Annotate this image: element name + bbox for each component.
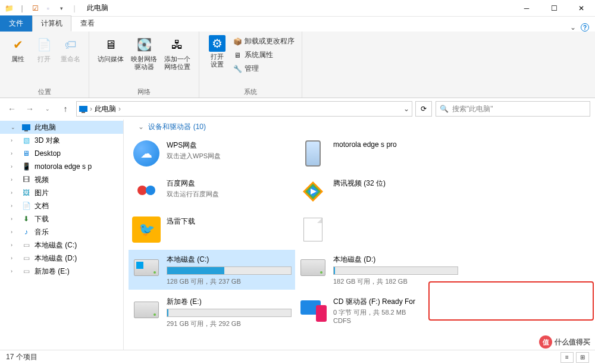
item-title: motorola edge s pro — [333, 140, 458, 149]
expand-icon[interactable]: › — [11, 137, 18, 143]
nav-item-label: 文档 — [35, 201, 49, 211]
nav-item-2[interactable]: ›🖥Desktop — [0, 147, 123, 160]
properties-button[interactable]: ✔ 属性 — [5, 34, 31, 64]
address-input[interactable]: › 此电脑 › ⌄ — [76, 101, 412, 117]
ribbon-group-location: ✔ 属性 📄 打开 🏷 重命名 位置 — [0, 32, 89, 98]
tab-file[interactable]: 文件 — [0, 15, 32, 32]
nav-item-5[interactable]: ›🖼图片 — [0, 186, 123, 199]
access-media-button[interactable]: 🖥 访问媒体 — [94, 34, 127, 64]
open-icon: 📄 — [35, 35, 54, 54]
view-icons-button[interactable]: ⊞ — [576, 352, 589, 363]
nav-item-1[interactable]: ›▧3D 对象 — [0, 134, 123, 147]
expand-icon[interactable]: › — [11, 216, 18, 222]
tab-view[interactable]: 查看 — [71, 15, 104, 32]
section-header-devices[interactable]: ⌄ 设备和驱动器 (10) — [129, 120, 590, 136]
ribbon-group-system: ⚙ 打开 设置 📦 卸载或更改程序 🖥 系统属性 🔧 管理 系统 — [199, 32, 302, 98]
qat-sep: | — [17, 3, 27, 14]
nav-item-label: 3D 对象 — [35, 136, 60, 146]
item-title: 本地磁盘 (D:) — [333, 255, 458, 265]
content-item-6[interactable]: 本地磁盘 (C:)128 GB 可用，共 237 GB — [129, 250, 295, 290]
nav-item-7[interactable]: ›⬇下载 — [0, 212, 123, 225]
item-icon — [299, 296, 327, 324]
nav-item-label: 图片 — [35, 188, 49, 198]
media-icon: 🖥 — [101, 35, 120, 54]
rename-button[interactable]: 🏷 重命名 — [57, 34, 84, 64]
ribbon-collapse-icon[interactable]: ⌄ — [570, 23, 576, 32]
manage-button[interactable]: 🔧 管理 — [233, 62, 295, 75]
content-item-5[interactable] — [295, 212, 462, 247]
expand-icon[interactable]: ⌄ — [11, 124, 18, 130]
expand-icon[interactable]: › — [11, 242, 18, 248]
item-title: 百度网盘 — [167, 178, 292, 189]
system-properties-button[interactable]: 🖥 系统属性 — [233, 49, 295, 61]
uninstall-button[interactable]: 📦 卸载或更改程序 — [233, 35, 295, 48]
view-details-button[interactable]: ≡ — [560, 352, 574, 363]
drive-capacity-bar — [167, 309, 292, 317]
qat-dropdown-icon[interactable]: ▾ — [56, 3, 67, 14]
address-segment[interactable]: 此电脑 — [95, 104, 116, 114]
content-pane[interactable]: ⌄ 设备和驱动器 (10) ☁WPS网盘双击进入WPS网盘motorola ed… — [124, 120, 595, 350]
refresh-button[interactable]: ⟳ — [415, 101, 432, 117]
open-button[interactable]: 📄 打开 — [31, 34, 57, 64]
address-dropdown-icon[interactable]: ⌄ — [403, 105, 409, 113]
checkbox-icon[interactable]: ☑ — [30, 3, 40, 14]
add-netloc-button[interactable]: 🖧 添加一个 网络位置 — [161, 34, 194, 72]
search-placeholder: 搜索"此电脑" — [452, 104, 493, 114]
navigation-pane[interactable]: ⌄此电脑›▧3D 对象›🖥Desktop›📱motorola edge s p›… — [0, 120, 124, 350]
item-title: 腾讯视频 (32 位) — [333, 178, 458, 189]
content-item-4[interactable]: 🐦迅雷下载 — [129, 212, 295, 247]
close-button[interactable]: ✕ — [568, 0, 595, 17]
expand-icon[interactable]: › — [11, 150, 18, 156]
nav-item-0[interactable]: ⌄此电脑 — [0, 121, 123, 134]
expand-icon[interactable]: › — [11, 268, 18, 274]
minimize-button[interactable]: ─ — [513, 0, 540, 17]
nav-forward-button[interactable]: → — [23, 102, 37, 116]
item-title: 新加卷 (E:) — [167, 297, 292, 307]
title-bar: 📁 | ☑ ▫ ▾ | 此电脑 ─ ☐ ✕ — [0, 0, 595, 17]
content-item-2[interactable]: 百度网盘双击运行百度网盘 — [129, 174, 295, 209]
nav-item-label: 音乐 — [35, 227, 49, 237]
nav-back-button[interactable]: ← — [5, 102, 19, 116]
nav-item-4[interactable]: ›🎞视频 — [0, 173, 123, 186]
page-icon[interactable]: ▫ — [43, 3, 54, 14]
nav-item-icon: 📱 — [21, 162, 31, 171]
nav-item-icon: ▭ — [21, 266, 31, 276]
address-chevron-icon-2[interactable]: › — [118, 105, 121, 113]
map-drive-button[interactable]: 💽 映射网络 驱动器 — [127, 34, 161, 72]
expand-icon[interactable]: › — [11, 203, 18, 209]
nav-item-icon: ▭ — [21, 240, 31, 250]
drive-capacity-bar — [167, 266, 292, 275]
expand-icon[interactable]: › — [11, 164, 18, 170]
nav-item-6[interactable]: ›📄文档 — [0, 199, 123, 212]
monitor-small-icon: 🖥 — [233, 51, 242, 60]
maximize-button[interactable]: ☐ — [540, 0, 568, 17]
help-icon[interactable]: ? — [581, 23, 589, 32]
nav-item-3[interactable]: ›📱motorola edge s p — [0, 160, 123, 173]
nav-item-11[interactable]: ›▭新加卷 (E:) — [0, 265, 123, 278]
item-subtitle: 双击运行百度网盘 — [167, 190, 292, 199]
content-item-8[interactable]: 新加卷 (E:)291 GB 可用，共 292 GB — [129, 292, 295, 332]
box-icon: 📦 — [233, 37, 242, 46]
expand-icon[interactable]: › — [11, 229, 18, 235]
content-item-1[interactable]: motorola edge s pro — [295, 136, 462, 171]
search-input[interactable]: 🔍 搜索"此电脑" — [436, 101, 590, 117]
nav-item-10[interactable]: ›▭本地磁盘 (D:) — [0, 252, 123, 265]
item-icon: 🐦 — [132, 215, 161, 244]
nav-item-9[interactable]: ›▭本地磁盘 (C:) — [0, 239, 123, 252]
expand-icon[interactable]: › — [11, 255, 18, 261]
nav-recent-dropdown[interactable]: ⌄ — [40, 102, 55, 116]
item-title: 本地磁盘 (C:) — [167, 255, 292, 265]
content-item-0[interactable]: ☁WPS网盘双击进入WPS网盘 — [129, 136, 295, 171]
nav-item-8[interactable]: ›♪音乐 — [0, 225, 123, 239]
tab-computer[interactable]: 计算机 — [32, 15, 71, 32]
expand-icon[interactable]: › — [11, 177, 18, 183]
nav-up-button[interactable]: ↑ — [58, 102, 73, 116]
expand-icon[interactable]: › — [11, 190, 18, 196]
nav-item-label: 本地磁盘 (D:) — [35, 253, 77, 263]
open-settings-button[interactable]: ⚙ 打开 设置 — [204, 34, 230, 70]
content-item-3[interactable]: 腾讯视频 (32 位) — [295, 174, 462, 209]
collapse-icon[interactable]: ⌄ — [138, 123, 144, 131]
status-item-count: 17 个项目 — [6, 352, 37, 362]
address-chevron-icon[interactable]: › — [90, 105, 92, 113]
svg-point-0 — [137, 186, 147, 195]
